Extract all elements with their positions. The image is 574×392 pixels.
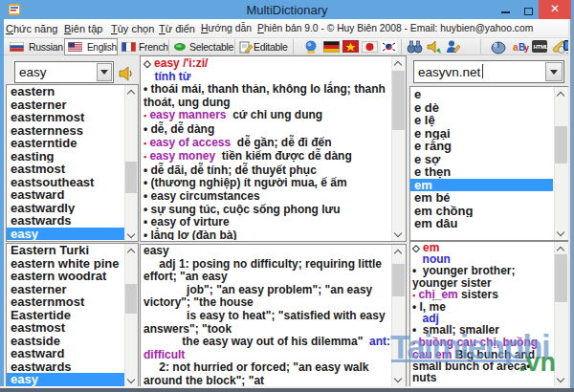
svg-text:y: y xyxy=(524,43,529,53)
svg-text:HTML: HTML xyxy=(534,44,549,50)
